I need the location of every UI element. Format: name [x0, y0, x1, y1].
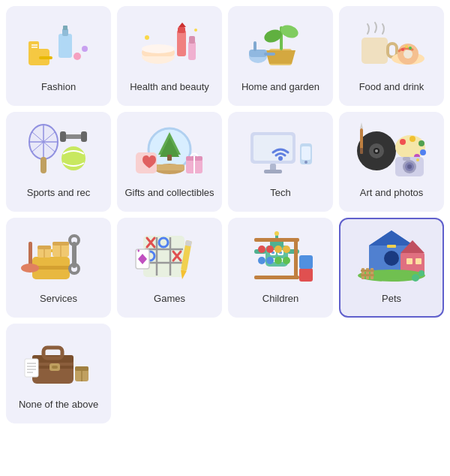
card-none-above-label: None of the above: [19, 399, 98, 411]
svg-rect-85: [360, 148, 363, 154]
svg-marker-21: [266, 50, 296, 64]
card-food-drink-image: [354, 15, 429, 75]
svg-rect-43: [40, 157, 46, 173]
card-tech-image: [243, 121, 318, 181]
card-games-image: ♦: [132, 227, 207, 287]
svg-point-18: [145, 35, 149, 40]
svg-rect-151: [416, 258, 422, 264]
card-fashion-image: [21, 15, 96, 75]
svg-rect-47: [81, 131, 87, 142]
card-services[interactable]: Services: [6, 218, 111, 318]
svg-rect-60: [254, 135, 292, 161]
card-services-label: Services: [40, 293, 77, 306]
card-home-garden-label: Home and garden: [242, 81, 320, 94]
card-pets-label: Pets: [382, 293, 401, 306]
svg-point-137: [283, 246, 290, 253]
card-food-drink-label: Food and drink: [359, 81, 424, 94]
card-food-drink[interactable]: Food and drink: [339, 6, 444, 106]
card-fashion-label: Fashion: [41, 81, 76, 94]
svg-rect-5: [63, 26, 68, 30]
card-sports-rec[interactable]: Sports and rec: [6, 112, 111, 212]
card-children[interactable]: Children: [228, 218, 333, 318]
svg-marker-84: [360, 122, 363, 128]
svg-point-44: [62, 146, 86, 170]
svg-point-66: [304, 161, 308, 164]
card-art-photos[interactable]: Art and photos: [339, 112, 444, 212]
svg-point-6: [74, 53, 81, 60]
card-sports-rec-image: [21, 121, 96, 181]
category-grid: Fashion Health and beauty: [0, 0, 450, 429]
card-games-label: Games: [154, 293, 185, 306]
card-none-above[interactable]: None of the above: [6, 324, 111, 423]
card-home-garden-image: [243, 15, 318, 75]
card-home-garden[interactable]: Home and garden: [228, 6, 333, 106]
card-art-photos-image: [354, 121, 429, 181]
svg-point-90: [70, 236, 79, 245]
svg-rect-54: [167, 155, 172, 161]
card-children-label: Children: [262, 293, 298, 306]
svg-point-19: [194, 29, 197, 32]
svg-point-91: [70, 264, 79, 273]
svg-point-139: [266, 257, 274, 264]
svg-point-36: [405, 45, 408, 48]
svg-rect-11: [178, 27, 185, 33]
card-pets[interactable]: Pets: [339, 218, 444, 318]
svg-rect-150: [406, 258, 412, 264]
svg-rect-46: [60, 131, 66, 142]
card-health-beauty[interactable]: Health and beauty: [117, 6, 222, 106]
card-games[interactable]: ♦ Games: [117, 218, 222, 318]
card-fashion[interactable]: Fashion: [6, 6, 111, 106]
card-gifts-collectibles-label: Gifts and collectibles: [124, 187, 214, 200]
card-gifts-collectibles-image: [132, 121, 207, 181]
svg-rect-132: [254, 238, 299, 242]
card-pets-image: [354, 227, 429, 287]
svg-point-7: [82, 46, 88, 52]
svg-point-61: [278, 156, 283, 161]
svg-point-159: [418, 270, 424, 276]
svg-rect-166: [52, 366, 58, 369]
svg-point-140: [274, 257, 282, 264]
svg-point-158: [412, 274, 419, 282]
svg-point-134: [258, 246, 266, 253]
svg-point-73: [410, 136, 416, 142]
card-health-beauty-label: Health and beauty: [130, 81, 209, 94]
card-tech-label: Tech: [270, 187, 290, 200]
svg-rect-28: [254, 41, 256, 51]
svg-rect-63: [264, 170, 282, 173]
svg-rect-81: [403, 157, 410, 161]
svg-point-72: [400, 139, 406, 145]
svg-rect-83: [360, 128, 363, 151]
svg-point-136: [274, 246, 282, 253]
svg-point-70: [375, 149, 378, 152]
svg-point-80: [407, 164, 412, 169]
svg-marker-146: [369, 230, 414, 246]
svg-point-138: [258, 257, 266, 264]
svg-point-93: [21, 264, 39, 273]
svg-rect-143: [299, 255, 313, 269]
svg-point-82: [416, 158, 419, 161]
svg-rect-156: [361, 270, 374, 272]
svg-point-75: [420, 149, 426, 155]
card-gifts-collectibles[interactable]: Gifts and collectibles: [117, 112, 222, 212]
svg-rect-160: [387, 245, 396, 248]
svg-rect-157: [361, 274, 374, 276]
card-tech[interactable]: Tech: [228, 112, 333, 212]
svg-rect-65: [302, 146, 310, 160]
svg-text:♦: ♦: [137, 248, 140, 253]
svg-rect-131: [294, 238, 298, 279]
card-none-above-image: [21, 333, 96, 393]
card-health-beauty-image: [132, 15, 207, 75]
card-sports-rec-label: Sports and rec: [27, 187, 91, 200]
svg-rect-170: [25, 359, 38, 377]
svg-point-35: [409, 47, 412, 50]
svg-rect-17: [189, 36, 195, 44]
card-art-photos-label: Art and photos: [360, 187, 424, 200]
svg-rect-51: [154, 164, 184, 170]
card-services-image: [21, 227, 96, 287]
svg-rect-142: [299, 268, 313, 282]
svg-rect-2: [39, 56, 52, 59]
svg-point-15: [142, 44, 175, 53]
svg-rect-3: [58, 34, 72, 58]
svg-point-147: [384, 251, 399, 266]
svg-marker-12: [178, 23, 186, 27]
